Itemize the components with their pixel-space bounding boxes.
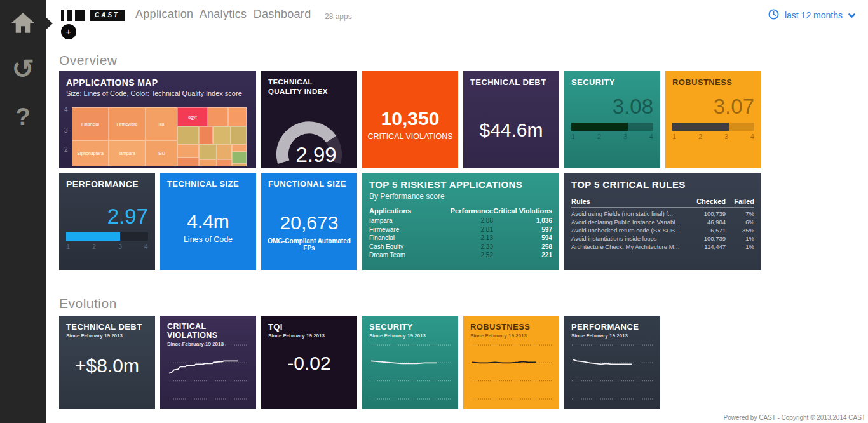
technical-debt-delta: +$8.0m <box>59 355 155 377</box>
treemap-tile[interactable]: Iampara <box>109 140 146 166</box>
card-technical-debt[interactable]: TECHNICAL DEBT $44.6m <box>463 71 559 168</box>
riskiest-apps-table: Applications Performance Critical Violat… <box>369 207 552 260</box>
table-row[interactable]: Architecture Check: My Architecture Mod.… <box>571 243 754 251</box>
score-ticks: 1234 <box>571 133 653 140</box>
applications-treemap: FinancialSiphonapteraFirmewareIamparaIli… <box>72 107 247 166</box>
sidebar-active-notch <box>46 17 53 30</box>
logo-bar <box>67 10 72 21</box>
card-top5-critical-rules[interactable]: TOP 5 CRITICAL RULES Rules Checked Faile… <box>564 173 761 270</box>
table-row[interactable]: Avoid using Fields (non static final) f.… <box>571 210 754 218</box>
table-row[interactable]: Financial2.13594 <box>369 234 552 243</box>
card-functional-size[interactable]: FUNCTIONAL SIZE 20,673 OMG-Compliant Aut… <box>261 173 357 270</box>
score-ticks: 1234 <box>66 243 148 250</box>
logo-text: CAST <box>90 10 125 21</box>
clock-icon <box>768 9 779 22</box>
table-row[interactable]: Dream Team2.52221 <box>369 251 552 260</box>
treemap-tile[interactable] <box>217 144 232 159</box>
section-evolution: Evolution <box>59 296 117 311</box>
performance-score-bar <box>66 232 148 241</box>
section-overview: Overview <box>59 53 118 68</box>
card-performance[interactable]: PERFORMANCE 2.97 1234 <box>59 173 155 270</box>
card-title: TECHNICAL QUALITY INDEX <box>268 77 342 97</box>
treemap-tile[interactable] <box>213 126 231 144</box>
card-applications-map[interactable]: APPLICATIONS MAP Size: Lines of Code, Co… <box>59 71 256 168</box>
treemap-tile[interactable] <box>228 107 247 126</box>
undo-icon[interactable]: ↺ <box>0 55 46 84</box>
table-row[interactable]: Cash Equity2.33258 <box>369 243 552 252</box>
legend-tick: 2 <box>64 146 71 153</box>
table-row[interactable]: Avoid declaring Public Instance Variabl.… <box>571 218 754 226</box>
card-critical-violations[interactable]: 10,350 CRITICAL VIOLATIONS <box>362 71 458 168</box>
card-title: TECHNICAL DEBT <box>470 77 552 87</box>
page-title: Application Analytics Dashboard <box>135 8 311 21</box>
add-button[interactable]: + <box>61 24 76 39</box>
treemap-tile[interactable]: Siphonaptera <box>72 140 109 166</box>
card-title: ROBUSTNESS <box>470 322 552 332</box>
treemap-tile[interactable] <box>208 107 228 126</box>
home-icon <box>11 24 34 35</box>
card-technical-quality-index[interactable]: TECHNICAL QUALITY INDEX 2.99 <box>261 71 357 168</box>
card-evolution-tqi[interactable]: TQI Since February 19 2013 -0.02 <box>261 316 357 409</box>
tqi-delta: -0.02 <box>261 352 357 374</box>
treemap-tile[interactable]: ISO <box>146 140 177 166</box>
treemap-tile[interactable] <box>177 126 199 144</box>
table-row[interactable]: Avoid unchecked return code (SY-SUBRC) .… <box>571 226 754 234</box>
tqi-value: 2.99 <box>268 143 364 167</box>
card-title: TOP 5 RISKIEST APPLICATIONS <box>369 179 552 190</box>
chevron-down-icon <box>848 10 855 20</box>
card-evolution-technical-debt[interactable]: TECHNICAL DEBT Since February 19 2013 +$… <box>59 316 155 409</box>
treemap-tile[interactable]: Firmeware <box>109 107 146 140</box>
card-subtitle: Since February 19 2013 <box>470 333 552 339</box>
treemap-tile[interactable] <box>199 144 217 159</box>
card-title: SECURITY <box>369 322 451 332</box>
card-evolution-performance[interactable]: PERFORMANCE Since February 19 2013 <box>564 316 660 409</box>
treemap-tile[interactable]: agyr <box>177 107 208 126</box>
card-subtitle: Since February 19 2013 <box>571 333 653 339</box>
time-filter-dropdown[interactable]: last 12 months <box>768 9 855 22</box>
card-evolution-critical-violations[interactable]: CRITICAL VIOLATIONS Since February 19 20… <box>160 316 256 409</box>
card-title: PERFORMANCE <box>66 179 148 189</box>
treemap-tile[interactable] <box>232 144 247 152</box>
card-subtitle: Since February 19 2013 <box>268 333 350 339</box>
security-score-bar <box>571 123 653 131</box>
treemap-tile[interactable] <box>232 152 247 163</box>
treemap-tile[interactable]: Ilia <box>146 107 177 140</box>
treemap-tile[interactable] <box>177 144 199 158</box>
cast-logo[interactable]: CAST <box>61 10 125 21</box>
treemap-tile[interactable] <box>232 163 247 166</box>
table-header: Rules Checked Failed <box>571 198 754 208</box>
card-evolution-robustness[interactable]: ROBUSTNESS Since February 19 2013 <box>463 316 559 409</box>
card-title: TOP 5 CRITICAL RULES <box>571 179 754 190</box>
treemap-tile[interactable] <box>199 126 213 144</box>
treemap-tile[interactable]: Financial <box>72 107 109 140</box>
card-security[interactable]: SECURITY 3.08 1234 <box>564 71 660 168</box>
card-robustness[interactable]: ROBUSTNESS 3.07 1234 <box>665 71 761 168</box>
logo-bar <box>61 10 64 21</box>
sidebar: ↺ ? <box>0 0 46 423</box>
card-title: APPLICATIONS MAP <box>66 77 249 88</box>
treemap-tile[interactable] <box>199 159 217 166</box>
card-title: CRITICAL VIOLATIONS <box>167 322 249 340</box>
performance-trend-chart <box>571 340 654 404</box>
sidebar-item-home[interactable] <box>0 13 46 36</box>
table-header: Applications Performance Critical Violat… <box>369 207 552 217</box>
card-evolution-security[interactable]: SECURITY Since February 19 2013 <box>362 316 458 409</box>
card-title: TECHNICAL SIZE <box>167 179 249 189</box>
card-technical-size[interactable]: TECHNICAL SIZE 4.4m Lines of Code <box>160 173 256 270</box>
treemap-tile[interactable] <box>217 159 232 166</box>
table-row[interactable]: Avoid instantiations inside loops100,739… <box>571 234 754 243</box>
functional-size-label: OMG-Compliant Automated FPs <box>261 238 357 252</box>
table-row[interactable]: Firmeware2.81597 <box>369 225 552 234</box>
treemap-tile[interactable] <box>177 158 199 166</box>
robustness-score-bar <box>672 123 754 131</box>
footer-copyright: Powered by CAST - Copyright © 2013,2014 … <box>724 414 865 421</box>
card-subtitle: Since February 19 2013 <box>66 333 148 339</box>
card-top5-riskiest-applications[interactable]: TOP 5 RISKIEST APPLICATIONS By Performan… <box>362 173 559 270</box>
table-row[interactable]: Iampara2.881,036 <box>369 217 552 225</box>
card-title: FUNCTIONAL SIZE <box>268 179 350 189</box>
technical-size-label: Lines of Code <box>160 235 256 244</box>
treemap-tile[interactable] <box>231 126 247 144</box>
help-icon[interactable]: ? <box>0 103 46 131</box>
logo-bar <box>75 10 85 21</box>
critical-rules-table: Rules Checked Failed Avoid using Fields … <box>571 198 754 251</box>
